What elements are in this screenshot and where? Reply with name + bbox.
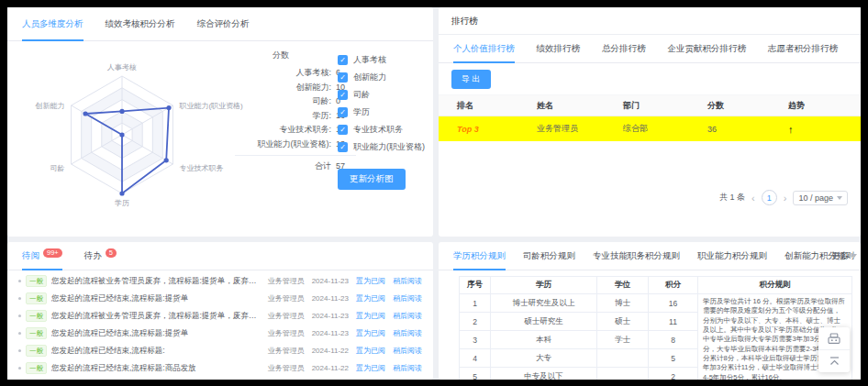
tab-tenure-rules[interactable]: 司龄积分规则 — [523, 242, 575, 270]
cell-degree: 硕士 — [597, 313, 649, 331]
cell-points: 2 — [649, 368, 698, 380]
tab-to-read[interactable]: 待阅 99+ — [22, 242, 62, 270]
col-score: 分数 — [707, 95, 787, 116]
dimension-checkbox-list: 人事考核 创新能力 司龄 学历 专业技术职务 职业能力(职业资格) — [338, 55, 425, 160]
tab-professional-title-rules[interactable]: 专业技能职务积分规则 — [593, 242, 680, 270]
chevron-down-icon — [851, 254, 857, 258]
score-label: 司龄: — [235, 96, 331, 106]
message-user: 业务管理员 — [268, 363, 305, 373]
cell-degree — [597, 368, 649, 380]
message-item[interactable]: 一般 您发起的流程已经结束,流程标题:商品发放 业务管理员 2024-11-22… — [7, 359, 433, 377]
page-number[interactable]: 1 — [762, 190, 777, 205]
read-later-link[interactable]: 稍后阅读 — [393, 293, 422, 303]
rules-table: 序号 学历 学位 积分 积分规则 1 博士研究生及以上 博士 16 学历及学位共… — [459, 276, 852, 380]
read-later-link[interactable]: 稍后阅读 — [393, 363, 422, 373]
dashboard: 人员多维度分析 绩效考核积分分析 综合评价分析 人事考核职业能力(职业资格)专业… — [7, 7, 861, 380]
messages-tabs: 待阅 99+ 待办 5 — [7, 242, 433, 270]
message-user: 业务管理员 — [268, 293, 305, 303]
next-page-button[interactable]: › — [784, 193, 787, 204]
mark-read-link[interactable]: 置为已阅 — [356, 328, 385, 338]
score-label: 专业技术职务: — [235, 125, 331, 135]
score-header: 分数 — [235, 50, 327, 61]
mark-read-link[interactable]: 置为已阅 — [356, 363, 385, 373]
message-item[interactable]: 一般 您发起的流程已经结束,流程标题:提货单 业务管理员 2024-11-23 … — [7, 290, 433, 307]
svg-text:人事考核: 人事考核 — [106, 63, 137, 72]
assistant-button[interactable] — [818, 327, 850, 349]
checkbox-education[interactable]: 学历 — [338, 107, 425, 117]
message-item[interactable]: 一般 您发起的流程已经结束,流程标题:提货单 业务管理员 2024-11-23 … — [7, 325, 433, 342]
cell-dept: 综合部 — [622, 116, 707, 142]
tab-vocational-ability-rules[interactable]: 职业能力积分规则 — [697, 242, 767, 270]
score-label: 学历: — [235, 111, 331, 121]
export-button[interactable]: 导 出 — [451, 70, 491, 89]
message-list: 一般 您发起的流程被业务管理员废弃，流程标题:提货单，废弃说明: 业务管理员 2… — [7, 270, 433, 377]
cell-degree — [597, 349, 649, 368]
cell-score: 36 — [707, 116, 787, 142]
read-later-link[interactable]: 稍后阅读 — [393, 311, 422, 321]
tab-total-score-ranking[interactable]: 总分排行榜 — [602, 35, 646, 62]
tab-education-rules[interactable]: 学历积分规则 — [453, 242, 506, 270]
back-to-top-button[interactable] — [818, 350, 850, 372]
mark-read-link[interactable]: 置为已阅 — [356, 346, 385, 356]
tab-personal-value-ranking[interactable]: 个人价值排行榜 — [453, 35, 515, 62]
cell-education: 博士研究生及以上 — [491, 294, 597, 313]
col-rule: 积分规则 — [698, 277, 852, 294]
message-user: 业务管理员 — [268, 276, 305, 286]
update-chart-button[interactable]: 更新分析图 — [338, 169, 406, 190]
mark-read-link[interactable]: 置为已阅 — [356, 276, 385, 286]
cell-no: 3 — [460, 331, 491, 349]
rules-header-row: 序号 学历 学位 积分 积分规则 — [460, 277, 852, 294]
read-later-link[interactable]: 稍后阅读 — [393, 328, 422, 338]
svg-text:专业技术职务: 专业技术职务 — [179, 164, 223, 172]
svg-text:司龄: 司龄 — [50, 164, 65, 172]
cell-no: 1 — [460, 294, 491, 313]
message-item[interactable]: 一般 您发起的流程被业务管理员废弃，流程标题:提货单，废弃说明: 业务管理员 2… — [7, 272, 433, 290]
priority-tag: 一般 — [26, 292, 47, 304]
checkbox-professional-title[interactable]: 专业技术职务 — [338, 125, 425, 135]
checkbox-tenure[interactable]: 司龄 — [338, 90, 425, 100]
tab-volunteer-points-ranking[interactable]: 志愿者积分排行榜 — [768, 35, 838, 62]
message-date: 2024-11-22 — [312, 364, 349, 372]
bullet-dot-icon — [18, 297, 21, 300]
cell-no: 5 — [460, 368, 491, 380]
message-item[interactable]: 一般 您发起的流程已经结束,流程标题: 业务管理员 2024-11-22 置为已… — [7, 342, 433, 359]
tab-comprehensive-eval[interactable]: 综合评价分析 — [197, 7, 250, 40]
cell-education: 中专及以下 — [491, 368, 597, 380]
read-later-link[interactable]: 稍后阅读 — [393, 346, 422, 356]
analysis-tabs: 人员多维度分析 绩效考核积分分析 综合评价分析 — [7, 7, 433, 41]
cell-education: 本科 — [491, 331, 597, 349]
checkbox-checked-icon — [338, 72, 348, 83]
app-window: 人员多维度分析 绩效考核积分分析 综合评价分析 人事考核职业能力(职业资格)专业… — [0, 0, 868, 386]
radar-chart: 人事考核职业能力(职业资格)专业技术职务学历司龄创新能力 — [13, 46, 231, 229]
tab-performance-points[interactable]: 绩效考核积分分析 — [106, 7, 175, 40]
message-text: 您发起的流程被业务管理员废弃，流程标题:提货单，废弃说明: — [51, 311, 263, 322]
message-date: 2024-11-22 — [312, 347, 349, 355]
tab-to-do[interactable]: 待办 5 — [84, 242, 117, 270]
leaderboard-row-highlighted[interactable]: Top 3 业务管理员 综合部 36 ↑ — [439, 116, 861, 142]
tab-performance-ranking[interactable]: 绩效排行榜 — [537, 35, 581, 62]
cell-points: 16 — [649, 294, 698, 313]
checkbox-innovation[interactable]: 创新能力 — [338, 72, 425, 83]
col-name: 姓名 — [536, 95, 622, 116]
tab-personnel-multidim[interactable]: 人员多维度分析 — [22, 7, 83, 40]
mark-read-link[interactable]: 置为已阅 — [356, 311, 385, 321]
read-later-link[interactable]: 稍后阅读 — [393, 276, 422, 286]
checkbox-checked-icon — [338, 55, 348, 65]
mark-read-link[interactable]: 置为已阅 — [356, 293, 385, 303]
svg-text:创新能力: 创新能力 — [35, 102, 65, 110]
cell-no: 2 — [460, 313, 491, 331]
cell-points: 11 — [649, 313, 698, 331]
cell-no: 4 — [460, 349, 491, 368]
checkbox-vocational-ability[interactable]: 职业能力(职业资格) — [338, 142, 425, 152]
more-tabs-button[interactable]: 更多 — [831, 242, 857, 270]
prev-page-button[interactable]: ‹ — [751, 193, 755, 204]
leaderboard-card: 排行榜 个人价值排行榜 绩效排行榜 总分排行榜 企业贡献积分排行榜 志愿者积分排… — [439, 7, 861, 237]
analysis-card: 人员多维度分析 绩效考核积分分析 综合评价分析 人事考核职业能力(职业资格)专业… — [7, 7, 433, 237]
tab-enterprise-contribution-ranking[interactable]: 企业贡献积分排行榜 — [668, 35, 747, 62]
message-user: 业务管理员 — [268, 346, 305, 356]
score-label: 职业能力(职业资格): — [235, 139, 331, 149]
message-item[interactable]: 一般 您发起的流程被业务管理员废弃，流程标题:提货单，废弃说明: 业务管理员 2… — [7, 307, 433, 325]
checkbox-hr-assessment[interactable]: 人事考核 — [338, 55, 425, 65]
col-education: 学历 — [491, 277, 597, 294]
page-size-select[interactable]: 10 / page — [793, 191, 848, 205]
